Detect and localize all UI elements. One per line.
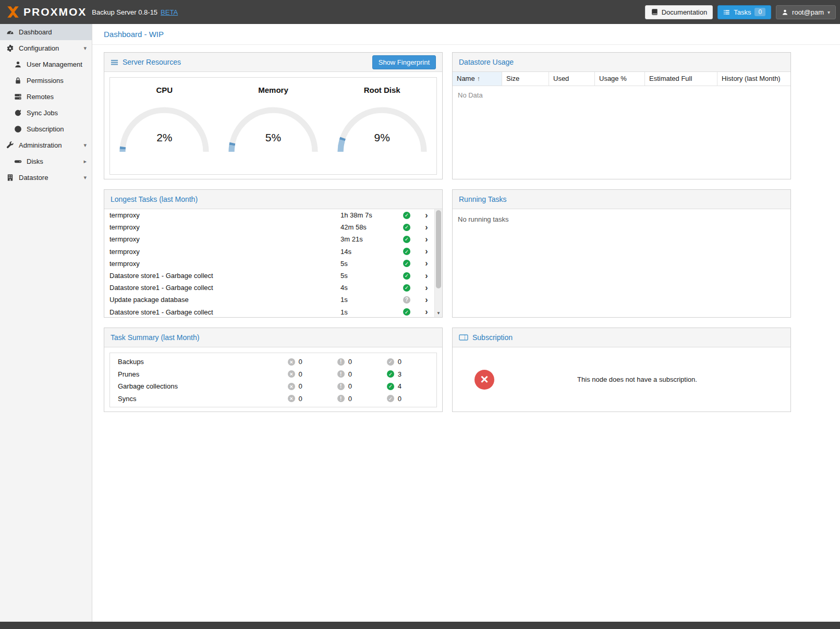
ok-count-icon [387, 358, 394, 366]
chevron-right-icon[interactable]: › [419, 247, 434, 256]
sidebar-item-sync-jobs[interactable]: Sync Jobs [0, 105, 92, 121]
task-duration: 1s [340, 308, 395, 316]
task-row[interactable]: termproxy 5s › [104, 258, 434, 270]
warning-count: 0 [348, 358, 352, 366]
column-label: Name [457, 75, 475, 82]
server-icon [14, 93, 22, 101]
chevron-right-icon[interactable]: › [419, 211, 434, 220]
server-resources-header: Server Resources Show Fingerprint [104, 53, 442, 72]
task-row[interactable]: Update package database 1s › [104, 294, 434, 306]
column-header-size[interactable]: Size [502, 72, 549, 86]
gauge-value: 2% [116, 131, 213, 144]
scroll-down-button[interactable]: ▼ [435, 309, 442, 317]
chevron-right-icon[interactable]: › [419, 271, 434, 281]
error-count-icon [288, 395, 295, 402]
chevron-right-icon[interactable]: › [419, 295, 434, 305]
panel-title: Longest Tasks (last Month) [111, 195, 198, 203]
bars-icon [111, 58, 118, 66]
sidebar-item-label: User Management [27, 61, 82, 68]
sidebar-item-label: Disks [27, 158, 43, 165]
sidebar-item-label: Subscription [27, 125, 64, 133]
warning-count-icon [337, 370, 345, 378]
summary-label: Backups [118, 358, 288, 366]
summary-label: Syncs [118, 395, 288, 403]
tasks-button[interactable]: Tasks 0 [717, 5, 771, 19]
column-header-name[interactable]: Name↑ [453, 72, 502, 86]
panel-title: Subscription [472, 333, 513, 342]
chevron-right-icon[interactable]: › [419, 259, 434, 268]
show-fingerprint-button[interactable]: Show Fingerprint [372, 55, 436, 69]
scrollbar[interactable]: ▼ [434, 209, 442, 317]
column-header-usage[interactable]: Usage % [595, 72, 645, 86]
chevron-right-icon[interactable]: › [419, 307, 434, 317]
task-duration: 5s [340, 260, 395, 268]
chevron-right-icon[interactable]: › [419, 223, 434, 232]
sidebar-item-disks[interactable]: Disks ▸ [0, 153, 92, 170]
warning-count-icon [337, 383, 345, 390]
beta-link[interactable]: BETA [161, 8, 178, 16]
task-summary-panel: Task Summary (last Month) Backups 0 0 0 … [104, 328, 443, 412]
datastore-usage-header: Datastore Usage [453, 53, 790, 72]
sidebar-item-subscription[interactable]: Subscription [0, 121, 92, 137]
sidebar-item-dashboard[interactable]: Dashboard [0, 24, 92, 40]
gauge-value: 5% [225, 131, 322, 144]
sidebar-item-user-management[interactable]: User Management [0, 56, 92, 72]
task-row[interactable]: Datastore store1 - Garbage collect 4s › [104, 282, 434, 294]
error-count-icon [288, 383, 295, 390]
task-row[interactable]: Datastore store1 - Garbage collect 5s › [104, 270, 434, 282]
column-header-history[interactable]: History (last Month) [717, 72, 790, 86]
server-resources-panel: Server Resources Show Fingerprint CPU [104, 52, 443, 179]
task-name: termproxy [109, 223, 340, 231]
chevron-down-icon: ▾ [83, 174, 87, 181]
gauges-container: CPU 2% Memory [109, 77, 437, 175]
task-status-icon [403, 224, 410, 231]
task-duration: 14s [340, 248, 395, 256]
task-row[interactable]: termproxy 3m 21s › [104, 233, 434, 245]
task-row[interactable]: termproxy 1h 38m 7s › [104, 209, 434, 221]
task-name: Update package database [109, 296, 340, 304]
task-status-icon [403, 248, 410, 255]
documentation-button[interactable]: Documentation [645, 5, 713, 19]
ok-count: 0 [398, 358, 401, 366]
task-status-icon [403, 296, 410, 304]
sidebar-item-configuration[interactable]: Configuration ▾ [0, 40, 92, 56]
scrollbar-thumb[interactable] [436, 210, 441, 288]
datastore-usage-panel: Datastore Usage Name↑ Size Used Usage % … [452, 52, 791, 179]
column-header-used[interactable]: Used [549, 72, 595, 86]
hdd-icon [14, 158, 22, 165]
sidebar: Dashboard Configuration ▾ User Managemen… [0, 24, 92, 622]
chevron-right-icon[interactable]: › [419, 235, 434, 244]
task-row[interactable]: termproxy 42m 58s › [104, 221, 434, 233]
lock-icon [14, 77, 22, 84]
panel-title: Server Resources [123, 58, 181, 66]
column-header-estimated-full[interactable]: Estimated Full [645, 72, 717, 86]
running-tasks-header: Running Tasks [453, 190, 790, 209]
sidebar-item-administration[interactable]: Administration ▾ [0, 137, 92, 153]
sidebar-item-remotes[interactable]: Remotes [0, 89, 92, 105]
building-icon [6, 174, 14, 182]
sidebar-item-datastore[interactable]: Datastore ▾ [0, 170, 92, 186]
task-status-icon [403, 212, 410, 219]
warning-count: 0 [348, 395, 352, 403]
wrench-icon [6, 141, 14, 149]
task-status-icon [403, 260, 410, 267]
summary-row: Backups 0 0 0 [110, 356, 436, 368]
error-count-icon [288, 358, 295, 366]
user-menu-button[interactable]: root@pam ▾ [776, 5, 836, 19]
longest-tasks-panel: Longest Tasks (last Month) termproxy 1h … [104, 189, 443, 318]
sidebar-item-permissions[interactable]: Permissions [0, 72, 92, 89]
task-row[interactable]: Datastore store1 - Garbage collect 1s › [104, 306, 434, 318]
user-icon [782, 9, 788, 16]
task-row[interactable]: termproxy 14s › [104, 246, 434, 258]
task-name: Datastore store1 - Garbage collect [109, 272, 340, 280]
topbar: PROXMOX Backup Server 0.8-15 BETA Docume… [0, 0, 840, 24]
task-summary-table: Backups 0 0 0 Prunes 0 0 3 Garbage c [109, 353, 437, 407]
tasks-label: Tasks [734, 8, 751, 16]
documentation-label: Documentation [662, 8, 707, 16]
subscription-header: Subscription [453, 328, 790, 347]
no-running-tasks-text: No running tasks [453, 209, 790, 229]
chevron-right-icon[interactable]: › [419, 283, 434, 293]
warning-count: 0 [348, 370, 352, 378]
warning-count-icon [337, 358, 345, 366]
task-duration: 3m 21s [340, 235, 395, 243]
